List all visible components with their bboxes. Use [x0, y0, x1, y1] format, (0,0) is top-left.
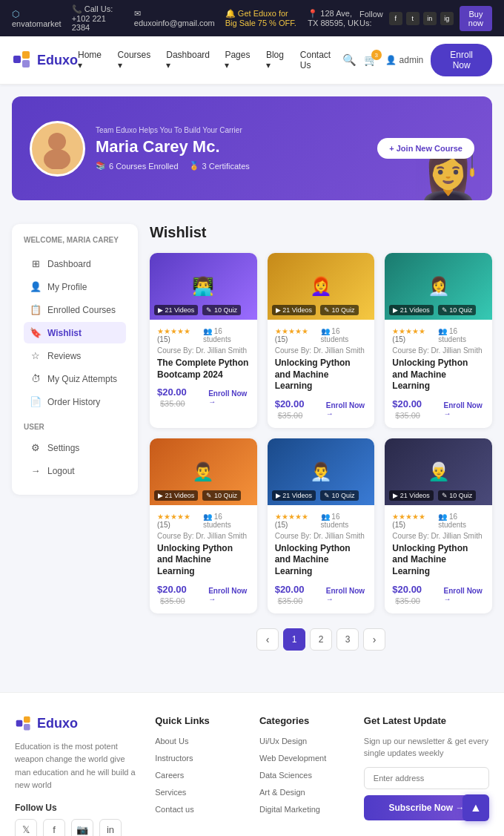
sidebar-item-reviews[interactable]: ☆ Reviews: [24, 345, 126, 366]
course-enroll-2[interactable]: Enroll Now →: [326, 401, 367, 418]
buy-now-button[interactable]: Buy now: [460, 6, 492, 31]
videos-badge-6: ▶ 21 Videos: [389, 490, 433, 501]
course-instructor-4: Course By: Dr. Jillian Smith: [157, 532, 250, 540]
newsletter-email-input[interactable]: [364, 767, 489, 789]
sidebar-item-quiz[interactable]: ⏱ My Quiz Attempts: [24, 368, 126, 389]
pagination-next[interactable]: ›: [363, 628, 385, 651]
course-enroll-5[interactable]: Enroll Now →: [326, 587, 367, 603]
footer-grid: Eduxo Education is the most potent weapo…: [15, 715, 489, 836]
sidebar-item-wishlist[interactable]: 🔖 Wishlist: [24, 322, 126, 343]
footer-link-contact[interactable]: Contact us: [155, 803, 245, 814]
footer-logo-icon: [15, 715, 33, 733]
course-thumb-badges-6: ▶ 21 Videos ✎ 10 Quiz: [389, 490, 476, 501]
footer-newsletter-desc: Sign up our newsletter & get every singl…: [364, 735, 489, 760]
nav-dashboard[interactable]: Dashboard ▾: [166, 50, 214, 70]
nav-courses[interactable]: Courses ▾: [118, 50, 156, 70]
sidebar-item-dashboard[interactable]: ⊞ Dashboard: [24, 253, 126, 274]
course-card-6: 👨‍🦳 ▶ 21 Videos ✎ 10 Quiz ★★★★★ (15) 👥 1…: [385, 438, 492, 613]
pagination-page-2[interactable]: 2: [310, 628, 332, 651]
footer-link-services[interactable]: Services: [155, 786, 245, 797]
course-meta-2: ★★★★★ (15) 👥 16 students: [275, 327, 368, 343]
pagination-page-1[interactable]: 1: [283, 628, 305, 651]
course-body-6: ★★★★★ (15) 👥 16 students Course By: Dr. …: [385, 505, 492, 613]
logo-icon: [12, 50, 33, 70]
sidebar-item-profile[interactable]: 👤 My Profile: [24, 276, 126, 297]
sidebar-menu: ⊞ Dashboard 👤 My Profile 📋 Enrolled Cour…: [24, 253, 126, 412]
course-price-4: $20.00 $35.00: [157, 584, 208, 606]
cart-button[interactable]: 🛒 3: [364, 53, 378, 67]
course-title-3: Unlocking Python and Machine Learning: [392, 358, 485, 392]
nav-links: Home ▾ Courses ▾ Dashboard ▾ Pages ▾ Blo…: [78, 50, 342, 70]
course-body-1: ★★★★★ (15) 👥 16 students Course By: Dr. …: [150, 320, 257, 416]
sidebar-item-settings[interactable]: ⚙ Settings: [24, 437, 126, 458]
nav-home[interactable]: Home ▾: [78, 50, 107, 70]
sale-info[interactable]: 🔔 Get Eduxo for Big Sale 75 % OFF.: [225, 9, 297, 27]
top-bar-left: ⬡ envatomarket 📞 Call Us: +102 221 2384 …: [12, 4, 359, 32]
follow-label: Follow Us:: [359, 10, 383, 27]
footer-categories-list: Ui/Ux Design Web Development Data Scienc…: [259, 735, 349, 814]
orders-icon: 📄: [30, 396, 42, 407]
footer-cat-digital[interactable]: Digital Marketing: [259, 803, 349, 814]
footer-quicklinks-col: Quick Links About Us Instructors Careers…: [155, 715, 245, 836]
footer-twitter-icon[interactable]: 𝕏: [15, 819, 37, 836]
course-enroll-6[interactable]: Enroll Now →: [444, 587, 485, 603]
course-students-1: 👥 16 students: [203, 327, 250, 343]
join-new-course-button[interactable]: + Join New Course: [377, 138, 474, 159]
course-title-4: Unlocking Python and Machine Learning: [157, 543, 250, 578]
course-enroll-4[interactable]: Enroll Now →: [208, 587, 249, 603]
envato-logo: ⬡ envatomarket: [12, 9, 62, 28]
course-footer-4: $20.00 $35.00 Enroll Now →: [157, 584, 250, 606]
pagination-page-3[interactable]: 3: [336, 628, 359, 651]
scroll-to-top-button[interactable]: ▲: [462, 794, 489, 821]
course-title-5: Unlocking Python and Machine Learning: [275, 543, 368, 578]
footer-link-about[interactable]: About Us: [155, 735, 245, 746]
email-info: ✉ eduxoinfo@gmail.com: [134, 9, 215, 27]
nav-contact[interactable]: Contact Us: [300, 50, 342, 70]
hero-text: Team Eduxo Helps You To Build Your Carri…: [96, 126, 250, 171]
sidebar-item-logout[interactable]: → Logout: [24, 460, 126, 481]
course-enroll-1[interactable]: Enroll Now →: [208, 389, 249, 406]
facebook-icon[interactable]: f: [389, 12, 402, 25]
course-body-3: ★★★★★ (15) 👥 16 students Course By: Dr. …: [385, 320, 492, 428]
course-stars-6: ★★★★★ (15): [392, 513, 438, 529]
footer-link-careers[interactable]: Careers: [155, 769, 245, 780]
footer-facebook-icon[interactable]: f: [43, 819, 65, 836]
sidebar-user-menu: ⚙ Settings → Logout: [24, 437, 126, 481]
twitter-icon[interactable]: t: [406, 12, 420, 25]
search-button[interactable]: 🔍: [342, 53, 357, 67]
courses-enrolled-stat: 📚 6 Courses Enrolled: [96, 161, 179, 171]
sidebar-item-orders[interactable]: 📄 Order History: [24, 391, 126, 412]
linkedin-icon[interactable]: in: [423, 12, 437, 25]
footer-quicklinks-list: About Us Instructors Careers Services Co…: [155, 735, 245, 814]
course-card-3: 👩‍💼 ▶ 21 Videos ✎ 10 Quiz ★★★★★ (15) 👥 1…: [385, 253, 492, 428]
cart-badge: 3: [371, 50, 382, 60]
quiz-badge-1: ✎ 10 Quiz: [202, 305, 241, 315]
nav-blog[interactable]: Blog ▾: [266, 50, 290, 70]
footer-cat-art[interactable]: Art & Design: [259, 786, 349, 797]
course-title-2: Unlocking Python and Machine Learning: [275, 358, 368, 392]
course-students-3: 👥 16 students: [438, 327, 485, 343]
course-footer-6: $20.00 $35.00 Enroll Now →: [392, 584, 485, 606]
course-card-1: 👨‍💻 ▶ 21 Videos ✎ 10 Quiz ★★★★★ (15) 👥 1…: [150, 253, 257, 428]
sidebar-item-enrolled[interactable]: 📋 Enrolled Courses: [24, 299, 126, 320]
hero-avatar: [30, 121, 85, 177]
pagination-prev[interactable]: ‹: [256, 628, 279, 651]
course-thumb-badges-1: ▶ 21 Videos ✎ 10 Quiz: [154, 305, 241, 315]
course-enroll-3[interactable]: Enroll Now →: [444, 401, 485, 418]
sidebar: WELCOME, MARIA CAREY ⊞ Dashboard 👤 My Pr…: [12, 224, 138, 495]
footer-cat-uiux[interactable]: Ui/Ux Design: [259, 735, 349, 746]
footer-link-instructors[interactable]: Instructors: [155, 752, 245, 763]
instagram-icon[interactable]: ig: [440, 12, 454, 25]
footer-linkedin-icon[interactable]: in: [99, 819, 122, 836]
wishlist-title: Wishlist: [150, 224, 492, 241]
course-students-2: 👥 16 students: [321, 327, 368, 343]
user-icon: 👤: [385, 55, 397, 65]
footer-cat-webdev[interactable]: Web Development: [259, 752, 349, 763]
footer-instagram-icon[interactable]: 📷: [71, 819, 93, 836]
enroll-now-button[interactable]: Enroll Now: [431, 44, 492, 76]
dashboard-icon: ⊞: [30, 258, 42, 269]
nav-pages[interactable]: Pages ▾: [225, 50, 255, 70]
course-title-1: The Complete Python Bootcamp 2024: [157, 358, 250, 381]
svg-rect-5: [16, 720, 23, 726]
footer-cat-data[interactable]: Data Sciences: [259, 769, 349, 780]
